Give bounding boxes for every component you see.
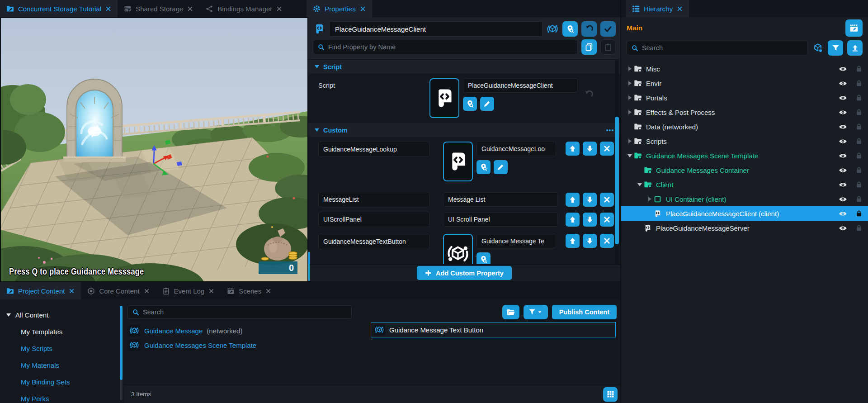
- hierarchy-row[interactable]: Scripts: [621, 134, 868, 148]
- collapse-arrow-icon[interactable]: [627, 154, 632, 157]
- tab-world[interactable]: Concurrent Storage Tutorial: [0, 0, 118, 17]
- move-down-button[interactable]: [583, 193, 597, 207]
- sidebar-item-my-scripts[interactable]: My Scripts: [0, 340, 118, 357]
- collapse-arrow-icon[interactable]: [315, 128, 319, 132]
- add-custom-property-button[interactable]: Add Custom Property: [417, 266, 512, 280]
- find-property-search[interactable]: [313, 40, 578, 54]
- expand-arrow-icon[interactable]: [648, 197, 651, 201]
- visibility-eye-icon[interactable]: [839, 224, 847, 232]
- sidebar-item-my-materials[interactable]: My Materials: [0, 357, 118, 374]
- expand-arrow-icon[interactable]: [628, 66, 632, 71]
- sidebar-item-my-templates[interactable]: My Templates: [0, 323, 118, 340]
- visibility-eye-icon[interactable]: [839, 123, 847, 131]
- property-name-field[interactable]: MessageList: [318, 192, 429, 207]
- lock-icon[interactable]: [855, 181, 863, 188]
- locate-script-button[interactable]: [463, 97, 477, 111]
- hierarchy-row[interactable]: UI Container (client): [621, 192, 868, 206]
- paste-properties-button[interactable]: [600, 39, 616, 55]
- content-filter-button[interactable]: [524, 305, 548, 319]
- asset-view-icon[interactable]: [813, 43, 823, 53]
- locate-button[interactable]: [476, 160, 491, 174]
- collapse-arrow-icon[interactable]: [6, 313, 11, 317]
- scrollbar-thumb[interactable]: [615, 117, 619, 244]
- property-value-field[interactable]: Guidance Message Te: [476, 234, 556, 248]
- tab-core-content[interactable]: Core Content: [81, 282, 156, 299]
- hierarchy-row[interactable]: Portals: [621, 90, 868, 105]
- visibility-eye-icon[interactable]: [839, 180, 847, 189]
- panel-resize-handle[interactable]: [308, 252, 310, 281]
- hierarchy-row[interactable]: Guidance Messages Container: [621, 163, 868, 177]
- expand-arrow-icon[interactable]: [628, 110, 632, 114]
- visibility-eye-icon[interactable]: [839, 166, 847, 175]
- visibility-eye-icon[interactable]: [839, 94, 847, 102]
- move-down-button[interactable]: [583, 213, 597, 227]
- lock-icon[interactable]: [855, 80, 863, 87]
- visibility-eye-icon[interactable]: [839, 209, 847, 218]
- sidebar-scrollbar[interactable]: [118, 299, 124, 403]
- sidebar-item-my-perks[interactable]: My Perks: [0, 390, 118, 403]
- section-script-header[interactable]: Script: [308, 59, 620, 74]
- visibility-eye-icon[interactable]: [839, 137, 847, 146]
- hierarchy-row-selected[interactable]: PlaceGuidanceMessageClient (client): [621, 206, 868, 221]
- grid-view-button[interactable]: [603, 387, 618, 402]
- open-folder-button[interactable]: [502, 305, 519, 319]
- publish-content-button[interactable]: Publish Content: [552, 305, 617, 319]
- visibility-eye-icon[interactable]: [839, 195, 847, 204]
- visibility-eye-icon[interactable]: [839, 152, 847, 160]
- delete-button[interactable]: [600, 234, 614, 248]
- script-name-input[interactable]: [329, 21, 542, 37]
- close-icon[interactable]: [105, 6, 111, 12]
- tab-properties[interactable]: Properties: [307, 0, 372, 17]
- hierarchy-search[interactable]: [627, 41, 808, 55]
- move-down-button[interactable]: [583, 234, 597, 248]
- apply-button[interactable]: [600, 21, 616, 37]
- scene-manager-button[interactable]: [845, 19, 863, 37]
- revert-button[interactable]: [581, 21, 597, 37]
- hierarchy-row[interactable]: Data (networked): [621, 119, 868, 134]
- find-property-input[interactable]: [328, 43, 573, 51]
- tab-project-content[interactable]: Project Content: [0, 282, 81, 299]
- property-value-field[interactable]: Message List: [443, 192, 558, 207]
- asset-thumbnail[interactable]: [443, 234, 473, 264]
- expand-arrow-icon[interactable]: [628, 139, 632, 143]
- hierarchy-export-button[interactable]: [847, 40, 863, 56]
- property-value-field[interactable]: GuidanceMessageLoo: [476, 142, 556, 156]
- lock-icon[interactable]: [855, 109, 863, 116]
- close-icon[interactable]: [360, 6, 366, 12]
- tab-bindings-manager[interactable]: Bindings Manager: [199, 0, 288, 17]
- hierarchy-row[interactable]: PlaceGuidanceMessageServer: [621, 221, 868, 235]
- properties-scrollbar[interactable]: [615, 59, 619, 264]
- close-icon[interactable]: [276, 6, 282, 12]
- close-icon[interactable]: [677, 6, 683, 12]
- property-name-field[interactable]: UIScrollPanel: [318, 212, 429, 227]
- script-thumbnail[interactable]: [429, 78, 459, 118]
- viewport-3d[interactable]: 0 Press Q to place Guidance Messsage: [1, 18, 307, 281]
- move-up-button[interactable]: [566, 213, 580, 227]
- content-search[interactable]: [127, 305, 352, 319]
- property-name-field[interactable]: GuidanceMessageTextButton: [318, 234, 429, 249]
- expand-arrow-icon[interactable]: [628, 95, 632, 100]
- tab-scenes[interactable]: Scenes: [221, 282, 278, 299]
- hierarchy-row[interactable]: Client: [621, 177, 868, 192]
- collapse-arrow-icon[interactable]: [315, 65, 319, 68]
- tab-hierarchy[interactable]: Hierarchy: [626, 0, 689, 17]
- tab-shared-storage[interactable]: Shared Storage: [118, 0, 199, 17]
- script-value[interactable]: PlaceGuidanceMessageClient: [463, 78, 578, 93]
- hierarchy-row[interactable]: Misc: [621, 62, 868, 76]
- content-item[interactable]: Guidance Message (networked): [128, 324, 242, 337]
- close-icon[interactable]: [187, 6, 193, 12]
- visibility-eye-icon[interactable]: [839, 108, 847, 117]
- delete-button[interactable]: [600, 142, 614, 156]
- lock-icon[interactable]: [855, 224, 863, 232]
- edit-button[interactable]: [494, 160, 508, 174]
- hierarchy-row[interactable]: Guidance Messages Scene Template: [621, 148, 868, 163]
- scrollbar-thumb[interactable]: [120, 306, 123, 380]
- content-item-selected[interactable]: Guidance Message Text Button: [371, 322, 616, 337]
- tab-event-log[interactable]: Event Log: [156, 282, 221, 299]
- expand-arrow-icon[interactable]: [628, 81, 632, 85]
- collapse-arrow-icon[interactable]: [637, 183, 642, 186]
- lock-icon[interactable]: [855, 65, 863, 72]
- property-value-field[interactable]: UI Scroll Panel: [443, 212, 558, 227]
- lock-icon[interactable]: [855, 195, 863, 203]
- script-thumbnail[interactable]: [443, 142, 473, 181]
